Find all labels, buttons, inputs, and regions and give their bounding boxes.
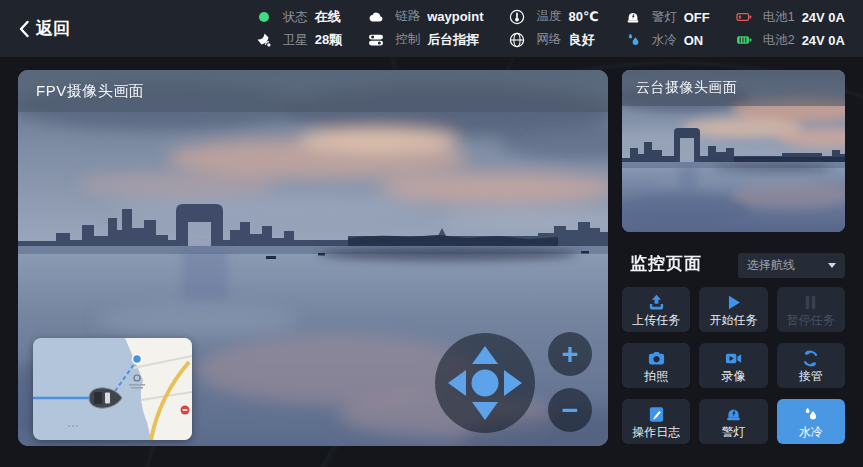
water-cooling-button[interactable]: 水冷: [777, 399, 845, 444]
log-icon: [647, 405, 666, 424]
status-value: 在线: [315, 8, 342, 26]
water-cooling-value: ON: [684, 33, 710, 48]
satellite-icon: [256, 32, 272, 48]
take-over-icon: [801, 349, 820, 368]
stat-group-status: 状态 在线 卫星 28颗: [256, 8, 342, 49]
chevron-down-icon: [828, 263, 836, 268]
siren-button-icon: [724, 405, 743, 424]
pause-icon: [801, 293, 820, 312]
take-over-button[interactable]: 接管: [777, 343, 845, 388]
siren-icon: [625, 9, 641, 25]
gimbal-title: 云台摄像头画面: [636, 79, 738, 97]
upload-icon: [647, 293, 666, 312]
temperature-label: 温度: [536, 8, 561, 25]
thermometer-icon: [509, 9, 525, 25]
cloud-icon: [368, 9, 384, 25]
stat-group-warn: 警灯 OFF 水冷 ON: [625, 8, 710, 49]
dpad-center-button[interactable]: [472, 370, 499, 397]
battery-full-icon: [736, 32, 752, 48]
upload-task-button[interactable]: 上传任务: [622, 287, 690, 332]
warning-light-value: OFF: [684, 10, 710, 25]
gimbal-dpad[interactable]: [435, 333, 535, 433]
status-dot-icon: [256, 9, 272, 25]
battery1-value: 24V 0A: [802, 10, 845, 25]
temperature-value: 80℃: [568, 9, 598, 24]
warning-light-button[interactable]: 警灯: [699, 399, 767, 444]
link-value: waypoint: [427, 9, 483, 24]
back-label: 返回: [36, 17, 70, 40]
satellite-label: 卫星: [283, 32, 308, 49]
monitor-heading: 监控页面: [630, 252, 702, 275]
camera-icon: [647, 349, 666, 368]
network-value: 良好: [568, 31, 598, 49]
pause-task-button[interactable]: 暂停任务: [777, 287, 845, 332]
network-label: 网络: [536, 31, 561, 48]
gimbal-camera-panel: 云台摄像头画面: [622, 70, 845, 232]
waypoint-marker: [133, 355, 142, 364]
take-photo-button[interactable]: 拍照: [622, 343, 690, 388]
dpad-left-arrow[interactable]: [448, 370, 466, 396]
stat-group-link: 链路 waypoint 控制 后台指挥: [368, 8, 483, 49]
water-drop-icon: [625, 32, 641, 48]
battery1-label: 电池1: [763, 9, 795, 26]
video-icon: [724, 349, 743, 368]
water-cooling-icon: [801, 405, 820, 424]
control-value: 后台指挥: [427, 31, 483, 49]
gimbal-title-bar: 云台摄像头画面: [622, 70, 845, 106]
control-toggles-icon: [368, 32, 384, 48]
battery2-label: 电池2: [763, 32, 795, 49]
zoom-out-button[interactable]: −: [548, 388, 592, 432]
control-label: 控制: [395, 31, 420, 48]
status-label: 状态: [283, 9, 308, 26]
telemetry-stats: 状态 在线 卫星 28颗 链路 waypoint: [256, 8, 845, 49]
chevron-left-icon: [18, 20, 30, 38]
water-cooling-label: 水冷: [652, 32, 677, 49]
record-video-button[interactable]: 录像: [699, 343, 767, 388]
battery-low-icon: [736, 9, 752, 25]
warning-light-label: 警灯: [652, 9, 677, 26]
route-select-value: 选择航线: [747, 257, 795, 274]
task-button-grid: 上传任务 开始任务 暂停任务 拍照 录像: [622, 287, 845, 444]
route-select-dropdown[interactable]: 选择航线: [738, 253, 845, 278]
stat-group-temp: 温度 80℃ 网络 良好: [509, 8, 598, 49]
minimap[interactable]: [33, 338, 192, 440]
play-icon: [724, 293, 743, 312]
back-button[interactable]: 返回: [18, 17, 70, 40]
battery2-value: 24V 0A: [802, 33, 845, 48]
operation-log-button[interactable]: 操作日志: [622, 399, 690, 444]
zoom-in-button[interactable]: +: [548, 332, 592, 376]
dpad-down-arrow[interactable]: [472, 402, 498, 420]
link-label: 链路: [395, 8, 420, 25]
dpad-right-arrow[interactable]: [504, 370, 522, 396]
minimap-canvas: [33, 338, 192, 440]
top-status-bar: 返回 状态 在线 卫星 28颗 链路 wa: [0, 0, 863, 57]
satellite-value: 28颗: [315, 31, 342, 49]
fpv-title: FPV摄像头画面: [36, 82, 144, 101]
fpv-camera-panel: FPV摄像头画面: [18, 70, 608, 446]
globe-icon: [509, 32, 525, 48]
start-task-button[interactable]: 开始任务: [699, 287, 767, 332]
stat-group-battery: 电池1 24V 0A 电池2 24V 0A: [736, 8, 845, 49]
dpad-up-arrow[interactable]: [472, 346, 498, 364]
fpv-title-bar: FPV摄像头画面: [18, 70, 608, 112]
